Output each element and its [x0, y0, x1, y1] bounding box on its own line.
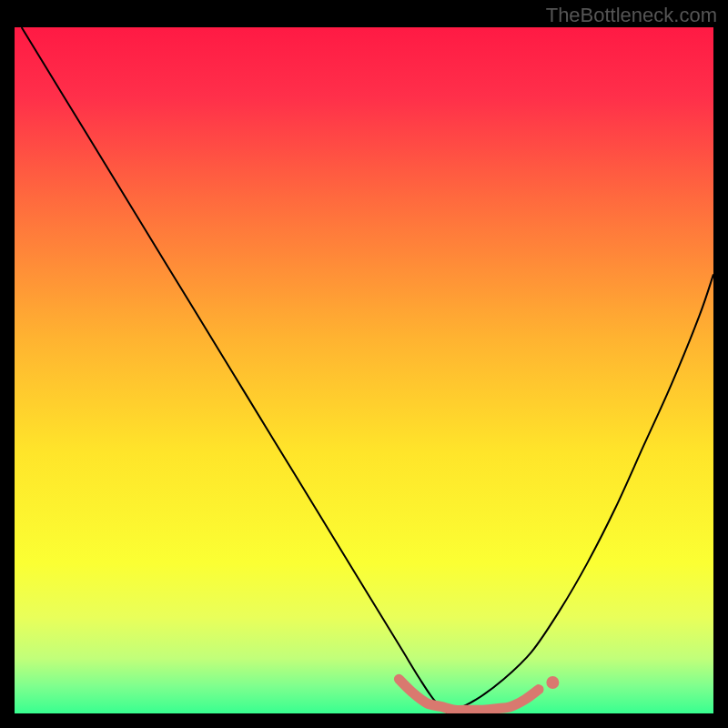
- marker-band-path: [399, 679, 539, 710]
- curve-a-path: [22, 27, 448, 713]
- watermark-text: TheBottleneck.com: [546, 4, 717, 27]
- curve-b-path: [448, 274, 713, 713]
- plot-area: [15, 27, 713, 713]
- marker-dot: [546, 676, 559, 689]
- chart-overlay: [15, 27, 713, 713]
